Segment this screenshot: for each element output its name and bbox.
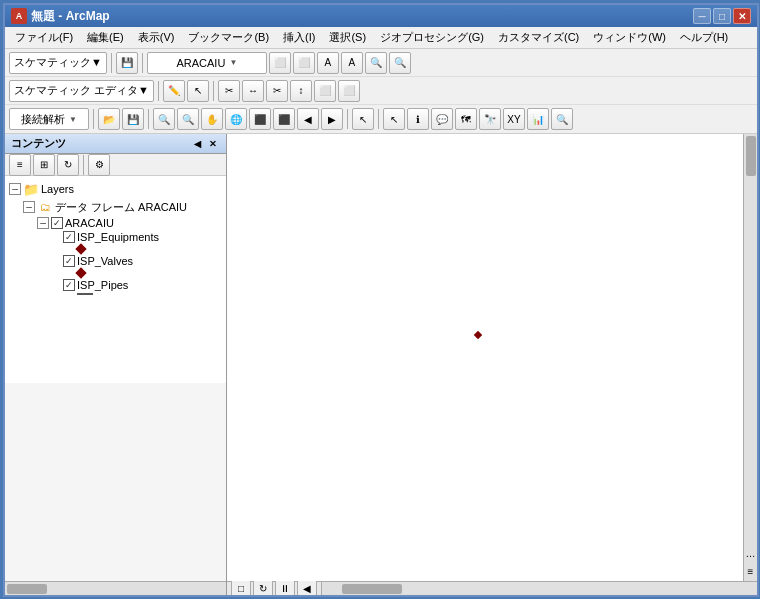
tree-aracaiu[interactable]: ─ ARACAIU [5,216,226,230]
tree-isp-pipes[interactable]: ISP_Pipes [5,278,226,292]
tb-fwd[interactable]: ▶ [321,108,343,130]
tb-xy[interactable]: XY [503,108,525,130]
dataframe-icon: 🗂 [37,199,53,215]
panel-header-icons: ◀ ✕ [190,137,220,151]
menu-bookmark[interactable]: ブックマーク(B) [182,28,275,47]
close-button[interactable]: ✕ [733,8,751,24]
expand-layers[interactable]: ─ [9,183,21,195]
toolbar-row-2: スケマティック エディタ▼ ✏️ ↖ ✂ ↔ ✂ ↕ ⬜ ⬜ [5,77,757,105]
tb-fit2[interactable]: ⬛ [273,108,295,130]
panel-h-scroll-thumb[interactable] [7,584,47,594]
toolbar-sep-5 [93,109,94,129]
tool-btn-6[interactable]: ⬜ [338,80,360,102]
schematic-dropdown[interactable]: スケマティック▼ [9,52,107,74]
maximize-button[interactable]: □ [713,8,731,24]
tree-isp-equipments[interactable]: ISP_Equipments [5,230,226,244]
menu-window[interactable]: ウィンドウ(W) [587,28,672,47]
toolbar-sep-1 [111,53,112,73]
connect-analysis-dropdown[interactable]: 接続解析 ▼ [9,108,89,130]
toolbar-btn-2[interactable]: ⬜ [293,52,315,74]
map-v-scrollbar[interactable]: ≡ … [743,134,757,581]
menu-help[interactable]: ヘルプ(H) [674,28,734,47]
menu-edit[interactable]: 編集(E) [81,28,130,47]
panel-header: コンテンツ ◀ ✕ [5,134,226,154]
window-controls: ─ □ ✕ [693,8,751,24]
right-panel-btn-2[interactable]: … [743,545,758,561]
toolbar-btn-pencil[interactable]: ✏️ [163,80,185,102]
expand-dataframe[interactable]: ─ [23,201,35,213]
tb-fit[interactable]: ⬛ [249,108,271,130]
tb-zoom-in[interactable]: 🔍 [153,108,175,130]
panel-tb-settings[interactable]: ⚙ [88,154,110,176]
tool-btn-5[interactable]: ⬜ [314,80,336,102]
checkbox-isp-valves[interactable] [63,255,75,267]
tool-btn-2[interactable]: ↔ [242,80,264,102]
isp-valves-label: ISP_Valves [77,255,133,267]
tb-globe[interactable]: 🌐 [225,108,247,130]
menu-geoprocessing[interactable]: ジオプロセシング(G) [374,28,490,47]
map-bottom-scrollbar[interactable] [322,582,757,595]
toolbar-btn-cursor[interactable]: ↖ [187,80,209,102]
map-row: ≡ … [227,134,757,581]
tb-select[interactable]: ↖ [383,108,405,130]
menu-insert[interactable]: 挿入(I) [277,28,321,47]
bottom-btn-3[interactable]: ⏸ [275,580,295,596]
map-v-scroll-thumb[interactable] [746,136,756,176]
menu-customize[interactable]: カスタマイズ(C) [492,28,585,47]
toolbar-sep-3 [158,81,159,101]
bottom-btn-2[interactable]: ↻ [253,580,273,596]
aracaiu-dropdown[interactable]: ARACAIU ▼ [147,52,267,74]
tb-binoculars[interactable]: 🔭 [479,108,501,130]
tree-dataframe[interactable]: ─ 🗂 データ フレーム ARACAIU [5,198,226,216]
toolbar-btn-5[interactable]: 🔍 [365,52,387,74]
panel-tb-grid[interactable]: ⊞ [33,154,55,176]
window-title: 無題 - ArcMap [31,8,693,25]
tb-folder[interactable]: 📂 [98,108,120,130]
tree-isp-valves[interactable]: ISP_Valves [5,254,226,268]
tree-root-layers[interactable]: ─ 📁 Layers [5,180,226,198]
panel-dock-btn[interactable]: ◀ [190,137,204,151]
panel-h-scrollbar[interactable] [5,581,226,595]
tb-info[interactable]: ℹ [407,108,429,130]
toolbar-sep-6 [148,109,149,129]
right-panel-btn-1[interactable]: ≡ [743,563,758,579]
toolbar-btn-6[interactable]: 🔍 [389,52,411,74]
tool-btn-3[interactable]: ✂ [266,80,288,102]
bottom-btn-4[interactable]: ◀ [297,580,317,596]
panel-close-btn[interactable]: ✕ [206,137,220,151]
checkbox-isp-equipments[interactable] [63,231,75,243]
tb-graph[interactable]: 📊 [527,108,549,130]
bottom-btn-1[interactable]: □ [231,580,251,596]
minimize-button[interactable]: ─ [693,8,711,24]
tool-btn-4[interactable]: ↕ [290,80,312,102]
map-canvas[interactable] [227,134,743,581]
menu-file[interactable]: ファイル(F) [9,28,79,47]
menu-view[interactable]: 表示(V) [132,28,181,47]
toolbar-btn-1[interactable]: ⬜ [269,52,291,74]
tool-btn-1[interactable]: ✂ [218,80,240,102]
legend-isp-pipes [5,292,226,296]
panel-tb-list[interactable]: ≡ [9,154,31,176]
toolbar-btn-3[interactable]: A [317,52,339,74]
menu-select[interactable]: 選択(S) [323,28,372,47]
expand-aracaiu[interactable]: ─ [37,217,49,229]
toolbar-sep-2 [142,53,143,73]
panel-tb-refresh[interactable]: ↻ [57,154,79,176]
schematic-editor-dropdown[interactable]: スケマティック エディタ▼ [9,80,154,102]
toolbar-btn-4[interactable]: A [341,52,363,74]
checkbox-aracaiu[interactable] [51,217,63,229]
checkbox-isp-pipes[interactable] [63,279,75,291]
map-marker [474,331,482,339]
tb-cursor2[interactable]: ↖ [352,108,374,130]
tb-save2[interactable]: 💾 [122,108,144,130]
tb-hand[interactable]: ✋ [201,108,223,130]
tb-chat[interactable]: 💬 [431,108,453,130]
toolbar-btn-save[interactable]: 💾 [116,52,138,74]
tb-zoom3[interactable]: 🔍 [551,108,573,130]
tb-zoom-out[interactable]: 🔍 [177,108,199,130]
tb-back[interactable]: ◀ [297,108,319,130]
tb-map2[interactable]: 🗺 [455,108,477,130]
map-h-scroll-thumb[interactable] [342,584,402,594]
toolbar-sep-7 [347,109,348,129]
legend-dot-equipments [75,243,86,254]
